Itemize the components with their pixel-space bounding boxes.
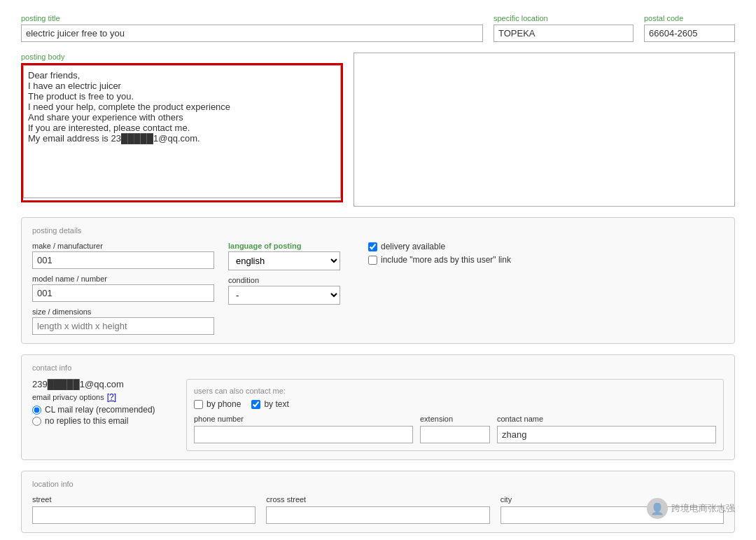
watermark-text: 跨境电商张志强 [671,502,735,515]
posting-title-input[interactable] [21,25,483,42]
posting-body-wrapper [21,63,343,202]
specific-location-input[interactable] [493,25,634,42]
contact-email: 239█████1@qq.com [32,379,172,389]
contact-name-input[interactable] [497,426,716,443]
by-text-label: by text [264,399,288,409]
condition-label: condition [228,276,354,284]
posting-body-textarea[interactable] [23,65,341,198]
users-can-contact-label: users can also contact me: [194,387,716,395]
watermark: 👤 跨境电商张志强 [647,498,735,519]
cross-street-input[interactable] [266,506,489,524]
by-text-checkbox[interactable] [251,400,260,409]
location-info-panel: location info street cross street city [21,471,735,533]
contact-info-panel: contact info 239█████1@qq.com email priv… [21,354,735,460]
no-reply-radio[interactable] [32,417,41,426]
contact-info-title: contact info [32,364,724,372]
by-phone-label: by phone [206,399,241,409]
cross-street-label: cross street [266,495,489,504]
extension-label: extension [420,415,490,423]
privacy-help-link[interactable]: [?] [107,392,116,402]
cl-relay-radio[interactable] [32,406,41,415]
more-ads-label: include "more ads by this user" link [381,255,511,265]
email-privacy-label: email privacy options [32,393,104,401]
by-phone-checkbox[interactable] [194,400,203,409]
phone-number-input[interactable] [194,426,413,443]
street-label: street [32,495,255,504]
contact-name-label: contact name [497,415,716,423]
language-label: language of posting [228,242,354,250]
make-label: make / manufacturer [32,242,214,250]
more-ads-checkbox[interactable] [368,256,377,265]
condition-select[interactable]: - new like new excellent good fair salva… [228,286,340,305]
size-input[interactable] [32,317,214,335]
extension-input[interactable] [420,426,490,443]
posting-title-label: posting title [21,14,483,22]
postal-code-label: postal code [644,14,735,22]
street-input[interactable] [32,506,255,524]
specific-location-label: specific location [493,14,634,22]
location-info-title: location info [32,480,724,488]
language-select[interactable]: english spanish french german other [228,251,340,270]
posting-details-title: posting details [32,226,724,235]
watermark-icon: 👤 [647,498,668,519]
posting-body-label: posting body [21,53,343,61]
postal-code-input[interactable] [644,25,735,42]
phone-number-label: phone number [194,415,413,423]
model-label: model name / number [32,275,214,283]
delivery-label: delivery available [381,242,445,251]
contact-right-panel: users can also contact me: by phone by t… [186,379,724,451]
posting-details-panel: posting details make / manufacturer mode… [21,217,735,344]
size-label: size / dimensions [32,307,214,316]
no-reply-label: no replies to this email [45,416,128,426]
make-input[interactable] [32,251,214,269]
cl-relay-label: CL mail relay (recommended) [45,405,155,415]
delivery-checkbox[interactable] [368,242,377,251]
model-input[interactable] [32,284,214,302]
posting-body-right-area [354,53,735,207]
